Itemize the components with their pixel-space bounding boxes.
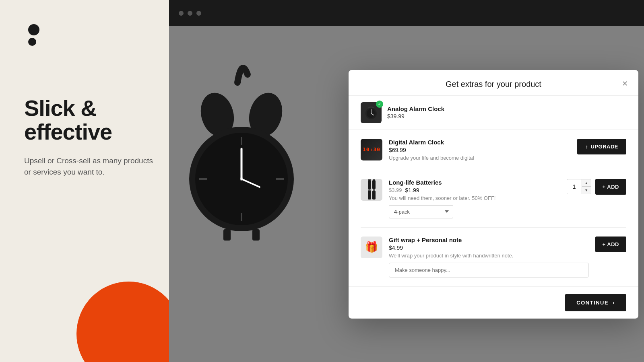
digital-clock-name: Digital Alarm Clock xyxy=(389,139,571,146)
quantity-up-button[interactable]: ▲ xyxy=(582,179,591,187)
batteries-price-sale: $1.99 xyxy=(405,187,419,193)
product-check-badge: ✓ xyxy=(376,101,383,108)
quantity-down-button[interactable]: ▼ xyxy=(582,187,591,194)
upsell-item-batteries: Long-life Batteries $3.99 $1.99 You will… xyxy=(361,170,626,228)
upsell-item-gift-wrap: 🎁 Gift wrap + Personal note $4.99 We'll … xyxy=(361,228,626,286)
gift-wrap-price: $4.99 xyxy=(389,245,403,251)
upsell-item-digital-clock: 10:30 Digital Alarm Clock $69.99 Upgrade… xyxy=(361,130,626,170)
orange-circle-decoration xyxy=(76,282,169,362)
browser-mockup: Get extras for your product ✕ xyxy=(169,0,644,362)
batteries-name: Long-life Batteries xyxy=(389,179,560,186)
modal-footer: CONTINUE › xyxy=(349,286,638,319)
gift-wrap-details: Gift wrap + Personal note $4.99 We'll wr… xyxy=(389,237,589,278)
batteries-actions: ▲ ▼ + ADD xyxy=(567,179,626,195)
gift-wrap-image: 🎁 xyxy=(361,237,382,258)
batteries-image xyxy=(361,179,382,201)
browser-dot-1 xyxy=(179,11,184,16)
browser-dot-3 xyxy=(196,11,201,16)
svg-rect-12 xyxy=(252,229,260,241)
main-product-info: Analog Alarm Clock $39.99 xyxy=(387,105,444,119)
batteries-dropdown-wrapper: 4-pack 8-pack 12-pack xyxy=(389,205,560,218)
left-panel: Slick & effective Upsell or Cross-sell a… xyxy=(0,0,169,362)
svg-rect-11 xyxy=(223,229,231,241)
browser-content: Get extras for your product ✕ xyxy=(169,26,644,362)
digital-clock-price-row: $69.99 xyxy=(389,147,571,153)
batteries-details: Long-life Batteries $3.99 $1.99 You will… xyxy=(389,179,560,218)
upsell-list: 10:30 Digital Alarm Clock $69.99 Upgrade… xyxy=(349,130,638,286)
browser-traffic-lights xyxy=(179,11,201,16)
logo-dot-big xyxy=(28,24,39,35)
continue-button[interactable]: CONTINUE › xyxy=(565,294,626,311)
main-product-image-wrapper: ✓ xyxy=(361,102,382,123)
left-text: Slick & effective Upsell or Cross-sell a… xyxy=(24,97,161,178)
headline: Slick & effective xyxy=(24,97,161,144)
modal-title: Get extras for your product xyxy=(361,80,626,89)
logo xyxy=(28,24,39,46)
gift-wrap-actions: + ADD xyxy=(595,237,626,252)
batteries-add-button[interactable]: + ADD xyxy=(595,179,626,195)
digital-clock-details: Digital Alarm Clock $69.99 Upgrade your … xyxy=(389,139,571,161)
digital-clock-price: $69.99 xyxy=(389,147,406,153)
quantity-input[interactable] xyxy=(567,180,582,193)
main-product-row: ✓ Analog Alarm Clock $39.99 xyxy=(349,96,638,130)
modal-header: Get extras for your product ✕ xyxy=(349,70,638,96)
batteries-price-row: $3.99 $1.99 xyxy=(389,187,560,193)
digital-clock-description: Upgrade your life and become digital xyxy=(389,155,571,161)
quantity-stepper: ▲ ▼ xyxy=(567,179,591,194)
continue-icon: › xyxy=(613,300,615,306)
browser-dot-2 xyxy=(188,11,192,16)
pack-size-select[interactable]: 4-pack 8-pack 12-pack xyxy=(389,205,453,218)
clock-background-art xyxy=(185,50,298,292)
gift-wrap-name: Gift wrap + Personal note xyxy=(389,237,589,243)
upgrade-icon: ↑ xyxy=(585,144,588,150)
gift-wrap-add-button[interactable]: + ADD xyxy=(595,237,626,252)
digital-clock-image: 10:30 xyxy=(361,139,382,160)
upgrade-button[interactable]: ↑ UPGRADE xyxy=(577,139,626,154)
quantity-arrows: ▲ ▼ xyxy=(582,179,591,194)
gift-icon: 🎁 xyxy=(365,241,378,253)
batteries-description: You will need them, sooner or later. 50%… xyxy=(389,195,560,201)
main-product-price: $39.99 xyxy=(387,113,444,119)
gift-wrap-price-row: $4.99 xyxy=(389,245,589,251)
battery-art xyxy=(365,179,378,201)
gift-wrap-description: We'll wrap your product in style with ha… xyxy=(389,253,589,259)
logo-dot-small xyxy=(28,38,36,46)
digital-clock-actions: ↑ UPGRADE xyxy=(577,139,626,154)
upsell-modal: Get extras for your product ✕ xyxy=(349,70,638,319)
batteries-price-original: $3.99 xyxy=(389,187,402,193)
modal-close-button[interactable]: ✕ xyxy=(619,78,630,89)
main-product-name: Analog Alarm Clock xyxy=(387,105,444,112)
subtext: Upsell or Cross-sell as many products or… xyxy=(24,155,161,178)
personal-note-input[interactable] xyxy=(389,263,589,278)
browser-chrome xyxy=(169,0,644,26)
